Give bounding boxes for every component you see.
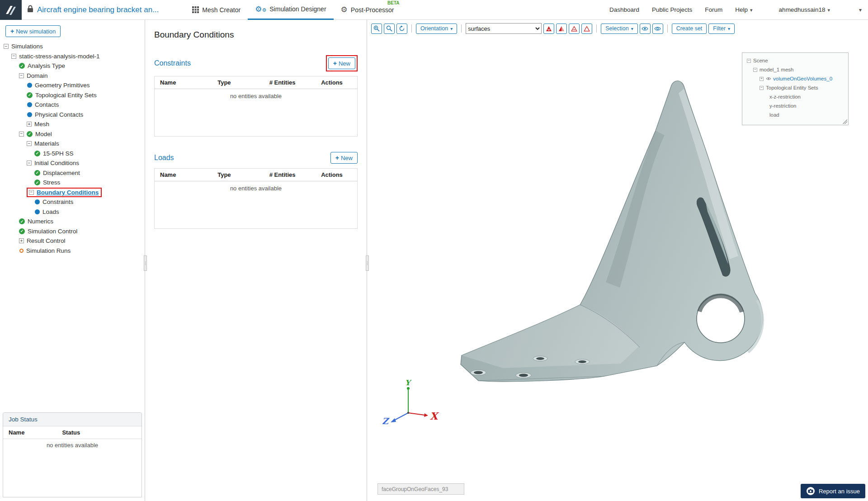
viewport-3d[interactable]: Orientation surfaces Selection [368, 20, 868, 501]
job-status-panel: Job Status Name Status no entities avail… [3, 412, 142, 497]
scene-item-volume[interactable]: volumeOnGeoVolumes_0 [746, 74, 844, 83]
tree-item-analysis-type[interactable]: Analysis Type [0, 61, 145, 71]
collapse-icon[interactable] [753, 68, 757, 72]
resize-grip-icon[interactable] [843, 119, 847, 124]
navbar-links: Dashboard Public Projects Forum Help ahm… [609, 6, 868, 13]
tree-item-stress[interactable]: Stress [0, 178, 145, 188]
create-set-button[interactable]: Create set [672, 24, 707, 34]
tree-item-geometry-primitives[interactable]: Geometry Primitives [0, 80, 145, 90]
collapse-icon[interactable] [19, 73, 24, 78]
tree-item-model[interactable]: Model [0, 129, 145, 139]
new-simulation-button[interactable]: New simulation [5, 25, 61, 37]
tree-item-initial-conditions[interactable]: Initial Conditions [0, 158, 145, 168]
tab-label: Simulation Designer [269, 5, 326, 13]
col-type: Type [217, 79, 269, 86]
project-title[interactable]: Aircraft engine bearing bracket an... [37, 5, 159, 14]
tree-item-physical-contacts[interactable]: Physical Contacts [0, 110, 145, 120]
tab-simulation-designer[interactable]: ⚙⚙ Simulation Designer [248, 0, 333, 20]
scene-item-topological-entity-sets[interactable]: Topological Entity Sets [746, 83, 844, 92]
tree-item-boundary-conditions[interactable]: Boundary Conditions [0, 188, 145, 198]
chevron-down-icon[interactable]: ▾ [859, 7, 862, 13]
nav-link-forum[interactable]: Forum [705, 6, 722, 13]
collapse-icon[interactable] [747, 59, 751, 63]
show-eye-icon[interactable] [652, 24, 663, 34]
panel-resize-handle[interactable]: ⋮ [366, 255, 369, 271]
orientation-button[interactable]: Orientation [416, 24, 457, 34]
y-axis-label: Y [405, 379, 412, 387]
col-name: Name [160, 171, 217, 178]
expand-icon[interactable] [19, 238, 24, 243]
tree-item-constraints[interactable]: Constraints [0, 197, 145, 207]
scene-item-scene[interactable]: Scene [746, 56, 844, 65]
tree-item-topological-entity-sets[interactable]: Topological Entity Sets [0, 90, 145, 100]
collapse-icon[interactable] [27, 161, 32, 165]
mesh-quality-outline-triangle-icon[interactable] [569, 24, 580, 34]
scene-item-load[interactable]: load [746, 110, 844, 119]
tree-item-contacts[interactable]: Contacts [0, 100, 145, 110]
z-axis-label: Z [382, 416, 390, 426]
check-icon [34, 180, 40, 185]
collapse-icon[interactable] [29, 190, 34, 195]
tree-item-simulations[interactable]: Simulations [0, 42, 145, 52]
tree-item-displacement[interactable]: Displacement [0, 168, 145, 178]
tree-item-result-control[interactable]: Result Control [0, 236, 145, 246]
expand-icon[interactable] [760, 77, 764, 81]
logo-glyph [4, 3, 18, 17]
nav-link-help[interactable]: Help [735, 6, 752, 13]
scene-item-xz-restriction[interactable]: x-z-restriction [746, 92, 844, 101]
collapse-icon[interactable] [11, 54, 16, 59]
mesh-quality-filled-triangle-icon[interactable] [543, 24, 554, 34]
tab-post-processor[interactable]: ⚙ Post-Processor BETA [334, 0, 401, 20]
zoom-in-icon[interactable] [371, 24, 382, 34]
collapse-icon[interactable] [27, 141, 32, 146]
scene-item-y-restriction[interactable]: y-restriction [746, 101, 844, 110]
new-constraint-button[interactable]: New [328, 57, 355, 69]
tree-item-simulation-control[interactable]: Simulation Control [0, 227, 145, 236]
surface-filter-select[interactable]: surfaces [466, 23, 542, 34]
tree-item-material[interactable]: 15-5PH SS [0, 149, 145, 159]
refresh-icon[interactable] [396, 24, 407, 34]
empty-table-text: no entities available [155, 89, 357, 99]
expand-icon[interactable] [27, 122, 32, 127]
dot-icon [35, 199, 40, 204]
sidebar-resize-handle[interactable]: ⋮ [144, 255, 147, 271]
report-issue-button[interactable]: Report an issue [801, 484, 865, 498]
face-group-tooltip: faceGroupOnGeoFaces_93 [377, 483, 464, 495]
job-col-status: Status [62, 429, 136, 436]
tree-item-simulation-runs[interactable]: Simulation Runs [0, 246, 145, 256]
hide-eye-icon[interactable] [640, 24, 651, 34]
dot-icon [27, 83, 32, 88]
tree-item-materials[interactable]: Materials [0, 139, 145, 149]
filter-button[interactable]: Filter [708, 24, 735, 34]
collapse-icon[interactable] [4, 44, 9, 49]
scene-item-model-mesh[interactable]: model_1 mesh [746, 65, 844, 74]
simscale-logo-icon[interactable] [0, 0, 22, 20]
job-col-name: Name [9, 429, 62, 436]
boundary-conditions-panel: Boundary Conditions Constraints New Name… [145, 20, 367, 501]
new-load-button[interactable]: New [330, 152, 358, 164]
toolbar-divider [411, 24, 412, 33]
gears-icon: ⚙⚙ [255, 5, 266, 13]
constraints-section: Constraints New Name Type # Entities Act… [154, 55, 358, 137]
tree-item-loads[interactable]: Loads [0, 207, 145, 217]
selection-button[interactable]: Selection [601, 24, 637, 34]
zoom-box-icon[interactable] [384, 24, 395, 34]
dot-icon [27, 112, 32, 117]
tree-item-mesh[interactable]: Mesh [0, 119, 145, 129]
collapse-icon[interactable] [19, 132, 24, 137]
user-menu[interactable]: ahmedhussain18 [779, 6, 830, 13]
tree-item-simulation[interactable]: static-stress-analysis-model-1 [0, 52, 145, 61]
tree-item-domain[interactable]: Domain [0, 71, 145, 81]
nav-link-dashboard[interactable]: Dashboard [609, 6, 639, 13]
tab-mesh-creator[interactable]: Mesh Creator [185, 0, 248, 20]
nav-link-public-projects[interactable]: Public Projects [652, 6, 692, 13]
collapse-icon[interactable] [760, 86, 764, 90]
tree-item-numerics[interactable]: Numerics [0, 217, 145, 227]
scene-tree-overlay: Scene model_1 mesh volumeOnGeoVolumes_0 … [742, 52, 849, 125]
col-type: Type [217, 171, 269, 178]
toolbar-divider [667, 24, 668, 33]
mesh-quality-half-triangle-icon[interactable] [556, 24, 567, 34]
mesh-quality-triangle-icon[interactable] [581, 24, 592, 34]
camera-icon [806, 487, 815, 496]
eye-icon[interactable] [766, 77, 771, 80]
